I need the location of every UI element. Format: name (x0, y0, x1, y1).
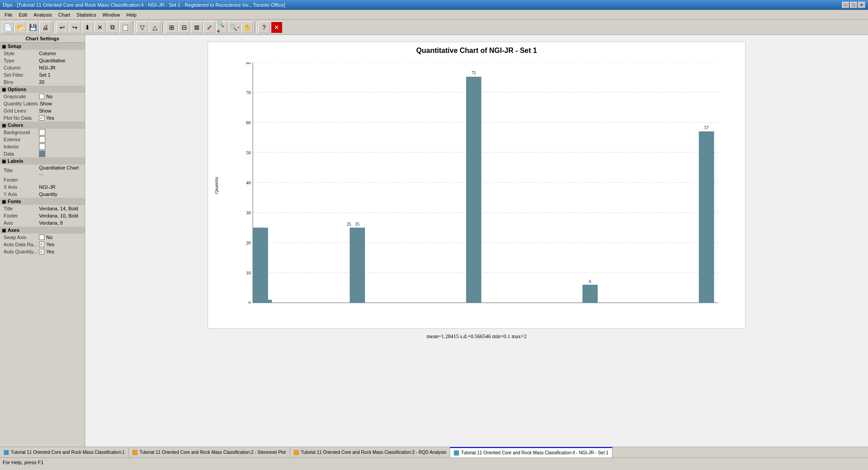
window-title: Dips - [Tutorial 11 Oriented Core and Ro… (3, 2, 285, 8)
save-button[interactable]: 💾 (27, 22, 39, 33)
view2-button[interactable]: ⊟ (178, 22, 190, 33)
view1-button[interactable]: ⊞ (166, 22, 178, 33)
swapaxis-checkbox[interactable] (39, 235, 44, 240)
section-setup[interactable]: ▣ Setup (0, 43, 85, 50)
filter2-button[interactable]: △ (149, 22, 161, 33)
undo-button[interactable]: ↩ (56, 22, 68, 33)
svg-text:40: 40 (246, 180, 251, 185)
section-colors[interactable]: ▣ Colors (0, 122, 85, 129)
prop-setfilter: Set Filter Set 1 (0, 71, 85, 78)
tab2-label: Tutorial 11 Oriented Core and Rock Mass … (139, 450, 286, 455)
prop-column: Column NGI-JR (0, 64, 85, 71)
pan-button[interactable]: ✋ (241, 22, 253, 33)
collapse-labels-icon: ▣ (2, 159, 6, 164)
prop-quantity-labels: Quantity Labels Show (0, 100, 85, 107)
view3-button[interactable]: ⊠ (191, 22, 203, 33)
svg-text:25: 25 (347, 222, 351, 226)
section-axes-label: Axes (8, 227, 19, 233)
zoom-in-button[interactable]: 🔍+ (216, 22, 228, 33)
prop-footer-font: Footer Verdana, 10, Bold (0, 212, 85, 219)
svg-text:70: 70 (246, 90, 251, 95)
filter-button[interactable]: ▽ (136, 22, 148, 33)
bar-143 (582, 285, 598, 303)
section-colors-label: Colors (8, 122, 23, 128)
section-options-label: Options (8, 87, 26, 92)
export-button[interactable]: ⬇ (82, 22, 93, 33)
prop-type: Type Quantitative (0, 57, 85, 64)
menu-window[interactable]: Window (100, 11, 123, 18)
svg-text:20: 20 (246, 240, 251, 245)
menu-edit[interactable]: Edit (16, 11, 30, 18)
collapse-options-icon: ▣ (2, 87, 6, 92)
section-axes[interactable]: ▣ Axes (0, 226, 85, 234)
print-button[interactable]: 🖨 (39, 22, 51, 33)
autodatarange-checkbox[interactable]: ✓ (39, 242, 44, 247)
svg-text:80: 80 (246, 62, 251, 65)
prop-xaxis-label: X Axis NGI-JR (0, 183, 85, 191)
fit-button[interactable]: ⤢ (204, 22, 215, 33)
menu-bar: File Edit Analysis Chart Statistics Wind… (0, 10, 868, 20)
prop-grayscale: Grayscale No (0, 93, 85, 100)
sep1 (53, 22, 55, 33)
bar-4 (253, 228, 268, 303)
minimize-button[interactable]: ─ (842, 2, 849, 8)
collapse-fonts-icon: ▣ (2, 199, 6, 204)
svg-text:60: 60 (246, 120, 251, 125)
new-button[interactable]: 📄 (2, 22, 13, 33)
svg-text:0: 0 (248, 300, 251, 304)
tab2-icon (132, 450, 138, 455)
window-controls[interactable]: ─ □ ✕ (842, 2, 865, 8)
status-tab-2[interactable]: Tutorial 11 Oriented Core and Rock Mass … (129, 447, 290, 457)
tab1-label: Tutorial 11 Oriented Core and Rock Mass … (11, 450, 125, 455)
autoquantity-checkbox[interactable]: ✓ (39, 249, 44, 254)
menu-help[interactable]: Help (124, 11, 139, 18)
close-button[interactable]: ✕ (858, 2, 865, 8)
menu-file[interactable]: File (2, 11, 15, 18)
menu-statistics[interactable]: Statistics (74, 11, 99, 18)
section-fonts-label: Fonts (8, 199, 21, 204)
copy-button[interactable]: ⧉ (107, 22, 118, 33)
menu-analysis[interactable]: Analysis (31, 11, 55, 18)
exterior-swatch[interactable] (39, 136, 45, 143)
tab1-icon (4, 450, 9, 455)
redo-button[interactable]: ↪ (69, 22, 81, 33)
sep4 (255, 22, 256, 33)
menu-chart[interactable]: Chart (56, 11, 73, 18)
prop-swap-axis: Swap Axis No (0, 234, 85, 241)
maximize-button[interactable]: □ (850, 2, 857, 8)
background-swatch[interactable] (39, 129, 45, 135)
prop-auto-data-range: Auto Data Ra... ✓ Yes (0, 241, 85, 248)
status-tab-3[interactable]: Tutorial 11 Oriented Core and Rock Mass … (290, 447, 451, 457)
paste-button[interactable]: 📋 (119, 22, 131, 33)
grayscale-checkbox[interactable] (39, 94, 44, 99)
chart-area: Quantitative Chart of NGI-JR - Set 1 Qua… (85, 35, 868, 447)
open-button[interactable]: 📂 (14, 22, 26, 33)
status-tab-4[interactable]: Tutorial 11 Oriented Core and Rock Mass … (450, 447, 612, 457)
main-layout: Chart Settings ▣ Setup Style Column Type… (0, 35, 868, 447)
collapse-axes-icon: ▣ (2, 228, 6, 233)
tab3-label: Tutorial 11 Oriented Core and Rock Mass … (301, 450, 447, 455)
plotnodata-checkbox[interactable]: ✓ (39, 115, 44, 121)
sep3 (162, 22, 164, 33)
stats-text: mean=1.28415 s.d.=0.566546 min=0.1 max=2 (426, 333, 526, 340)
status-tab-1[interactable]: Tutorial 11 Oriented Core and Rock Mass … (0, 447, 129, 457)
zoom-out-button[interactable]: 🔍- (229, 22, 240, 33)
help-bar: For Help, press F1 (0, 457, 868, 466)
interior-swatch[interactable] (39, 144, 45, 150)
section-setup-label: Setup (8, 44, 22, 49)
section-fonts[interactable]: ▣ Fonts (0, 198, 85, 205)
section-labels-label: Labels (8, 158, 23, 164)
tab3-icon (294, 450, 299, 455)
status-bar: Tutorial 11 Oriented Core and Rock Mass … (0, 447, 868, 457)
collapse-setup-icon: ▣ (2, 44, 6, 49)
prop-title-font: Title Verdana, 14, Bold (0, 205, 85, 212)
close2-button[interactable]: ✕ (271, 22, 282, 33)
help2-button[interactable]: ? (258, 22, 270, 33)
data-swatch[interactable] (39, 151, 45, 157)
delete-button[interactable]: ✕ (94, 22, 106, 33)
help-text: For Help, press F1 (3, 460, 43, 465)
section-labels[interactable]: ▣ Labels (0, 157, 85, 165)
section-options[interactable]: ▣ Options (0, 86, 85, 93)
prop-exterior: Exterior (0, 136, 85, 143)
svg-text:6: 6 (589, 279, 591, 284)
